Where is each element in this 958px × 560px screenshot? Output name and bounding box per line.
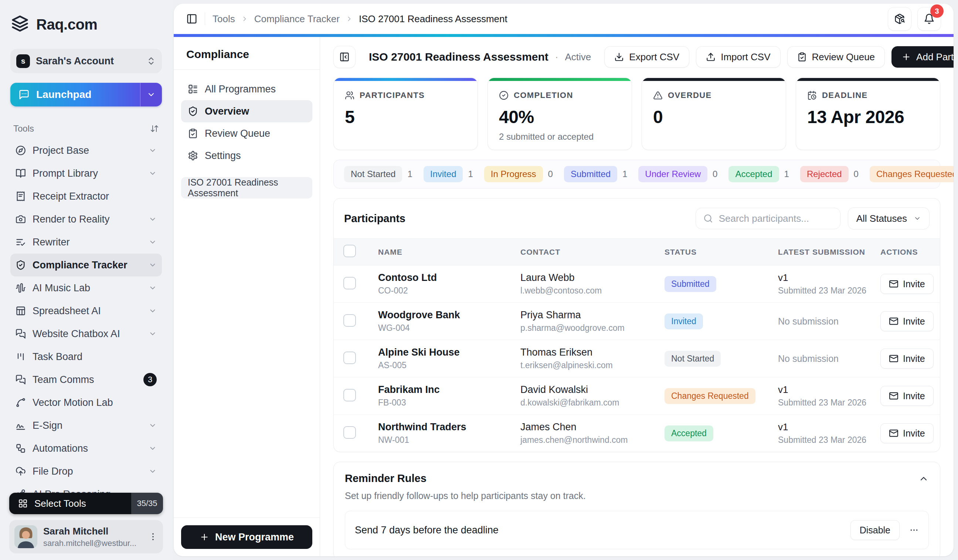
- new-programme-button[interactable]: New Programme: [181, 525, 312, 549]
- rule-more-button[interactable]: [909, 525, 919, 535]
- sidebar-item-prompt-library[interactable]: Prompt Library: [10, 162, 162, 185]
- column-header-status: STATUS: [659, 239, 773, 265]
- column-header-actions: ACTIONS: [875, 239, 940, 265]
- disable-rule-button[interactable]: Disable: [850, 520, 899, 540]
- collapse-section-button[interactable]: [918, 473, 929, 484]
- clipboard-check-icon: [797, 52, 807, 62]
- sidebar-item-vector-motion-lab[interactable]: Vector Motion Lab: [10, 391, 162, 414]
- stat-value: 13 Apr 2026: [807, 107, 929, 127]
- status-pill-invited: Invited: [423, 166, 463, 182]
- table-row: Woodgrove Bank WG-004 Priya Sharma p.sha…: [334, 303, 940, 340]
- breadcrumb-current: ISO 27001 Readiness Assessment: [359, 13, 508, 25]
- programme-list-item[interactable]: ISO 27001 Readiness Assessment: [181, 177, 312, 198]
- panel-item-review-queue[interactable]: Review Queue: [181, 122, 312, 144]
- circle-check-icon: [499, 90, 509, 100]
- account-switcher[interactable]: s Sarah's Account: [10, 49, 162, 73]
- panel-title: Compliance: [174, 37, 320, 70]
- invite-button[interactable]: Invite: [880, 386, 934, 406]
- layout-list-icon: [188, 84, 198, 94]
- panel-item-all-programmes[interactable]: All Programmes: [181, 78, 312, 100]
- breadcrumb-compliance-tracker[interactable]: Compliance Tracker: [254, 13, 339, 25]
- sidebar-item-e-sign[interactable]: E-Sign: [10, 414, 162, 437]
- spline-icon: [16, 397, 26, 408]
- main-shell: Tools Compliance Tracker ISO 27001 Readi…: [172, 0, 958, 560]
- sidebar-item-file-drop[interactable]: File Drop: [10, 460, 162, 483]
- status-pill-under-review: Under Review: [638, 166, 707, 182]
- invite-button[interactable]: Invite: [880, 423, 934, 443]
- accent-gradient-bar: [174, 34, 953, 37]
- page-header: ISO 27001 Readiness Assessment · Active …: [333, 45, 940, 69]
- unread-count-badge: 3: [143, 373, 157, 386]
- sidebar-item-automations[interactable]: Automations: [10, 437, 162, 460]
- stat-card-deadline: DEADLINE 13 Apr 2026: [796, 78, 940, 150]
- sidebar-item-spreadsheet-ai[interactable]: Spreadsheet AI: [10, 300, 162, 322]
- user-menu-button[interactable]: [148, 532, 158, 541]
- tools-section-label: Tools: [13, 124, 34, 134]
- row-checkbox[interactable]: [343, 389, 356, 401]
- mail-icon: [889, 279, 898, 289]
- panel-item-settings[interactable]: Settings: [181, 144, 312, 167]
- status-badge: Accepted: [665, 425, 713, 441]
- row-checkbox[interactable]: [343, 314, 356, 327]
- top-bar-actions: 3: [888, 7, 941, 31]
- collapse-panel-button[interactable]: [333, 46, 355, 68]
- sort-icon[interactable]: [150, 124, 159, 133]
- review-queue-button[interactable]: Review Queue: [787, 46, 885, 68]
- invite-button[interactable]: Invite: [880, 311, 934, 331]
- sidebar-toggle-button[interactable]: [186, 13, 197, 24]
- chevron-down-icon: [147, 90, 155, 99]
- calendar-clock-icon: [807, 90, 817, 100]
- kanban-icon: [16, 352, 26, 362]
- more-vertical-icon: [148, 532, 158, 541]
- launchpad-dropdown-toggle[interactable]: [140, 83, 162, 106]
- primary-sidebar: Raq.com s Sarah's Account Launchpad Tool…: [0, 0, 172, 560]
- page-title: ISO 27001 Readiness Assessment: [369, 51, 549, 63]
- invite-button[interactable]: Invite: [880, 349, 934, 368]
- sidebar-item-ai-music-lab[interactable]: AI Music Lab: [10, 276, 162, 300]
- clipboard-check-icon: [188, 128, 198, 139]
- panel-left-close-icon: [339, 52, 350, 62]
- package-search-button[interactable]: [888, 7, 912, 31]
- list-check-icon: [16, 237, 26, 247]
- upload-icon: [706, 52, 715, 62]
- status-pill-changes-requested: Changes Requested: [870, 166, 953, 182]
- row-checkbox[interactable]: [343, 426, 356, 439]
- sidebar-item-team-comms[interactable]: Team Comms 3: [10, 368, 162, 391]
- status-badge: Changes Requested: [665, 388, 755, 404]
- status-filter-dropdown[interactable]: All Statuses: [848, 207, 929, 230]
- sidebar-item-website-chatbox-ai[interactable]: Website Chatbox AI: [10, 322, 162, 345]
- panel-item-overview[interactable]: Overview: [181, 100, 312, 122]
- accent-bar: [642, 78, 786, 81]
- stat-subtext: 2 submitted or accepted: [499, 132, 620, 142]
- workflow-icon: [16, 443, 26, 454]
- reminder-rules-card: Reminder Rules Set up friendly follow-up…: [333, 462, 940, 556]
- launchpad-button[interactable]: Launchpad: [10, 83, 140, 106]
- search-input[interactable]: [718, 213, 833, 225]
- signature-icon: [16, 420, 26, 431]
- sidebar-item-project-base[interactable]: Project Base: [10, 139, 162, 162]
- add-participant-button[interactable]: Add Participant: [891, 46, 953, 68]
- sidebar-item-task-board[interactable]: Task Board: [10, 345, 162, 368]
- row-checkbox[interactable]: [343, 352, 356, 364]
- sidebar-item-render-to-reality[interactable]: Render to Reality: [10, 208, 162, 231]
- package-search-icon: [894, 13, 905, 24]
- column-header-latest-submission: LATEST SUBMISSION: [773, 239, 875, 265]
- chevron-down-icon: [149, 169, 157, 178]
- sidebar-item-receipt-extractor[interactable]: Receipt Extractor: [10, 185, 162, 208]
- select-tools-button[interactable]: Select Tools 35/35: [9, 493, 163, 514]
- breadcrumb-tools[interactable]: Tools: [213, 13, 235, 25]
- launchpad-label: Launchpad: [36, 89, 91, 100]
- export-csv-button[interactable]: Export CSV: [604, 46, 689, 68]
- row-checkbox[interactable]: [343, 277, 356, 289]
- reminder-rules-subtitle: Set up friendly follow-ups to help parti…: [345, 490, 929, 501]
- users-icon: [345, 90, 354, 100]
- invite-button[interactable]: Invite: [880, 274, 934, 294]
- notifications-button[interactable]: 3: [917, 7, 941, 31]
- reminder-rule-row: Send 7 days before the deadline Disable: [345, 511, 929, 549]
- sidebar-item-rewriter[interactable]: Rewriter: [10, 231, 162, 254]
- select-all-checkbox[interactable]: [343, 245, 356, 257]
- table-icon: [16, 306, 26, 316]
- mail-icon: [889, 428, 898, 438]
- sidebar-item-compliance-tracker[interactable]: Compliance Tracker: [10, 254, 162, 276]
- import-csv-button[interactable]: Import CSV: [696, 46, 780, 68]
